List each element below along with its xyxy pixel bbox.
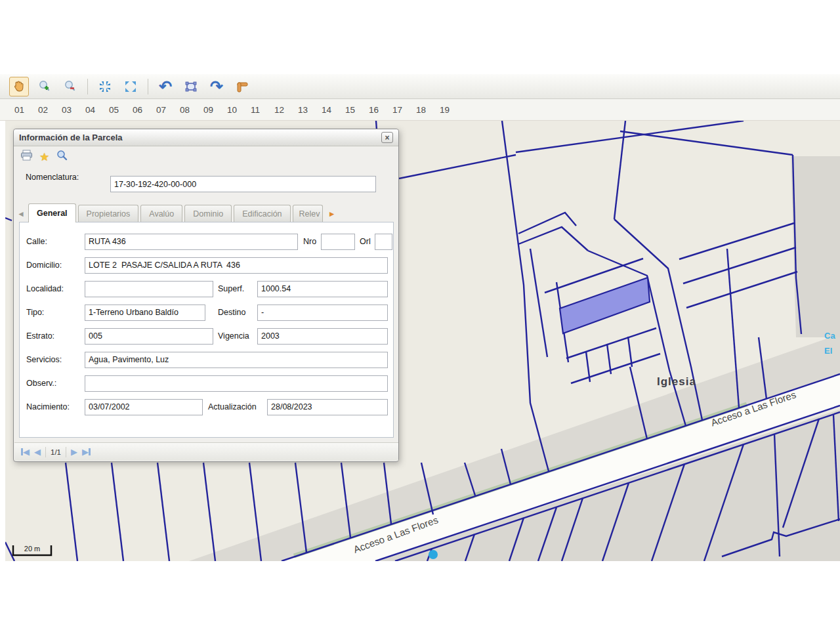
localidad-label: Localidad: — [26, 284, 64, 293]
map-sheet-number[interactable]: 12 — [274, 105, 298, 115]
servicios-label: Servicios: — [26, 355, 62, 364]
map-sheet-number[interactable]: 10 — [227, 105, 251, 115]
nacimiento-input[interactable] — [85, 399, 203, 415]
zoom-out-icon[interactable] — [60, 77, 80, 96]
toolbar-separator — [148, 79, 148, 94]
map-sheet-number[interactable]: 16 — [369, 105, 392, 115]
dialog-title: Información de la Parcela — [19, 133, 123, 142]
map-sheet-number[interactable]: 09 — [203, 105, 227, 115]
parcel-info-dialog: Información de la Parcela × ★ Nomenclatu… — [13, 129, 399, 462]
servicios-input[interactable] — [85, 352, 388, 368]
map-sheet-number[interactable]: 11 — [251, 105, 274, 115]
map-sheet-number[interactable]: 19 — [440, 105, 463, 115]
search-icon[interactable] — [56, 150, 68, 164]
tipo-input[interactable] — [85, 304, 205, 321]
domicilio-input[interactable] — [85, 257, 388, 274]
dialog-toolbar: ★ — [14, 146, 398, 167]
nomenclatura-input[interactable] — [110, 176, 376, 192]
estrato-label: Estrato: — [26, 331, 54, 341]
vigencia-input[interactable] — [257, 328, 388, 345]
domicilio-label: Domicilio: — [26, 261, 62, 270]
pan-hand-icon[interactable] — [9, 77, 29, 96]
map-sheet-number[interactable]: 17 — [392, 105, 416, 115]
map-sheet-number[interactable]: 03 — [62, 105, 85, 115]
measure-tool-icon[interactable] — [232, 77, 252, 96]
map-sheet-number-row: 01020304050607080910111213141516171819 — [0, 99, 840, 121]
nomenclatura-label: Nomenclatura: — [26, 173, 79, 182]
map-sheet-number[interactable]: 06 — [133, 105, 156, 115]
nro-input[interactable] — [321, 234, 355, 250]
map-sheet-number[interactable]: 14 — [322, 105, 345, 115]
map-sheet-number[interactable]: 05 — [109, 105, 133, 115]
dialog-titlebar[interactable]: Información de la Parcela × — [14, 129, 398, 146]
map-sheet-number[interactable]: 18 — [416, 105, 440, 115]
orl-input[interactable] — [375, 234, 392, 250]
map-sheet-number[interactable]: 07 — [156, 105, 180, 115]
poi-dot — [429, 550, 438, 559]
observ-input[interactable] — [85, 375, 388, 392]
map-sheet-number[interactable]: 04 — [85, 105, 109, 115]
tab-scroll-right-icon[interactable]: ► — [325, 206, 339, 222]
main-toolbar: ↶ ↷ — [0, 74, 840, 99]
previous-record-icon[interactable]: ◀ — [34, 448, 41, 456]
vigencia-label: Vigencia — [218, 331, 249, 341]
last-record-icon[interactable]: ▶ — [82, 448, 91, 456]
cut-street-label: CaEl — [824, 328, 835, 359]
destino-input[interactable] — [257, 304, 388, 321]
calle-label: Calle: — [26, 237, 47, 246]
undo-icon[interactable]: ↶ — [156, 77, 175, 96]
tab-scroll-left-icon[interactable]: ◄ — [14, 206, 28, 222]
tab-general[interactable]: General — [28, 203, 76, 222]
zoom-to-extent-icon[interactable] — [95, 77, 115, 96]
tab-strip: ◄ General Propietarios Avalúo Dominio Ed… — [14, 203, 400, 222]
nro-label: Nro — [303, 237, 316, 246]
destino-label: Destino — [218, 308, 245, 317]
actualizacion-label: Actualización — [208, 402, 257, 411]
full-extent-icon[interactable] — [121, 77, 140, 96]
redo-icon[interactable]: ↷ — [207, 77, 226, 96]
tab-dominio[interactable]: Dominio — [184, 205, 232, 222]
tab-propietarios[interactable]: Propietarios — [78, 205, 139, 222]
actualizacion-input[interactable] — [267, 399, 388, 415]
favorite-star-icon[interactable]: ★ — [39, 150, 49, 164]
observ-label: Observ.: — [26, 379, 56, 388]
print-icon[interactable] — [20, 150, 33, 164]
map-sheet-number[interactable]: 01 — [14, 105, 38, 115]
map-sheet-number[interactable]: 15 — [345, 105, 369, 115]
right-block-zone — [791, 156, 840, 337]
selected-parcel[interactable] — [560, 278, 650, 333]
map-sheet-number[interactable]: 08 — [180, 105, 203, 115]
tab-avaluo[interactable]: Avalúo — [140, 205, 182, 222]
tab-relevamiento[interactable]: Relev — [293, 205, 323, 222]
record-pager: ◀ ◀ 1/1 ▶ ▶ — [14, 442, 398, 461]
toolbar-separator — [87, 79, 88, 94]
tipo-label: Tipo: — [26, 308, 44, 317]
localidad-input[interactable] — [85, 281, 213, 297]
first-record-icon[interactable]: ◀ — [21, 448, 30, 456]
record-count: 1/1 — [51, 448, 61, 456]
superf-input[interactable] — [257, 281, 388, 297]
general-tab-panel: Calle: Nro Orl Domicilio: Localidad: Sup… — [19, 222, 394, 438]
zoom-in-icon[interactable] — [35, 77, 54, 96]
select-polygon-icon[interactable] — [181, 77, 201, 96]
orl-label: Orl — [360, 237, 371, 246]
close-icon[interactable]: × — [381, 132, 393, 143]
next-record-icon[interactable]: ▶ — [71, 448, 77, 456]
iglesia-label: Iglesia — [657, 375, 696, 388]
map-sheet-number[interactable]: 02 — [38, 105, 62, 115]
superf-label: Superf. — [218, 284, 244, 293]
tab-edificacion[interactable]: Edificación — [234, 205, 290, 222]
map-sheet-number[interactable]: 13 — [298, 105, 322, 115]
estrato-input[interactable] — [85, 328, 213, 345]
scale-bar-label: 20 m — [18, 545, 46, 553]
nacimiento-label: Nacimiento: — [26, 402, 70, 411]
calle-input[interactable] — [85, 234, 298, 250]
